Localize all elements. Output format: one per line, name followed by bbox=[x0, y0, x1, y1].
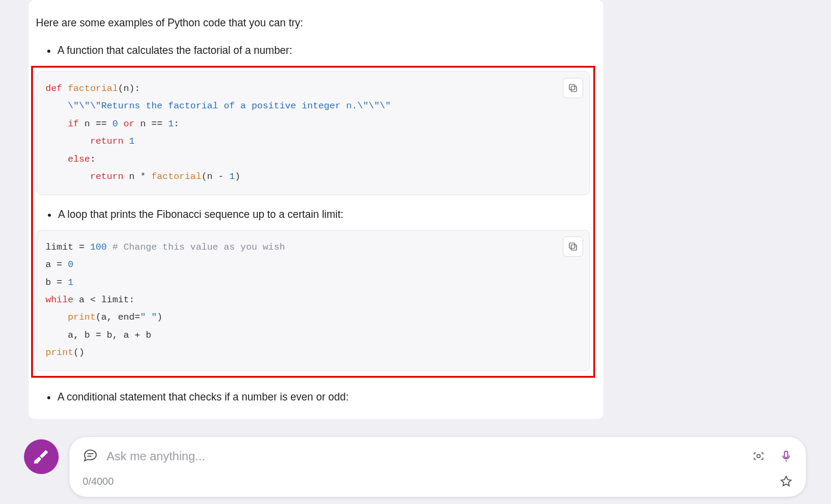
svg-rect-0 bbox=[571, 86, 577, 92]
code-block-fibonacci: limit = 100 # Change this value as you w… bbox=[37, 230, 590, 371]
microphone-icon bbox=[780, 450, 793, 463]
code-token: factorial bbox=[151, 171, 202, 182]
code-token: 1 bbox=[129, 136, 135, 147]
code-token: return bbox=[46, 171, 129, 182]
compose-row-1 bbox=[83, 444, 793, 468]
voice-input-button[interactable] bbox=[780, 450, 793, 463]
code-token: factorial bbox=[68, 83, 118, 94]
code-token: : bbox=[174, 119, 179, 129]
bullet-fibonacci: A loop that prints the Fibonacci sequenc… bbox=[58, 206, 590, 223]
chat-icon bbox=[83, 447, 98, 465]
copy-button[interactable] bbox=[563, 236, 583, 257]
broom-icon bbox=[32, 448, 50, 466]
code-token: " " bbox=[140, 312, 157, 323]
code-token: a, b = b, a + b bbox=[46, 330, 151, 341]
code-token: return bbox=[46, 136, 129, 147]
code-token: 1 bbox=[68, 277, 73, 288]
code-token: def bbox=[46, 83, 62, 94]
code-token: limit bbox=[46, 242, 74, 253]
svg-rect-3 bbox=[569, 243, 575, 248]
send-button[interactable] bbox=[780, 475, 793, 488]
code-token: (n - bbox=[201, 171, 229, 182]
code-token: a = bbox=[46, 259, 68, 270]
code-token: n == bbox=[140, 119, 168, 129]
code-token: (n): bbox=[118, 83, 140, 94]
code-token: \"\"\"Returns the factorial of a positiv… bbox=[46, 101, 391, 111]
svg-rect-1 bbox=[569, 84, 575, 90]
examples-list-2: A loop that prints the Fibonacci sequenc… bbox=[37, 206, 590, 223]
image-search-icon bbox=[752, 450, 765, 463]
code-highlight-region: def factorial(n): \"\"\"Returns the fact… bbox=[31, 66, 595, 378]
code-token: 100 bbox=[90, 242, 107, 253]
code-token: # Change this value as you wish bbox=[113, 242, 285, 253]
bullet-factorial: A function that calculates the factorial… bbox=[57, 42, 592, 59]
svg-rect-2 bbox=[571, 245, 577, 250]
code-token: b = bbox=[46, 277, 68, 288]
code-token: a < limit: bbox=[74, 294, 135, 305]
compose-row-2: 0/4000 bbox=[83, 472, 793, 492]
assistant-message: Here are some examples of Python code th… bbox=[29, 0, 603, 419]
message-body: Here are some examples of Python code th… bbox=[29, 14, 603, 405]
code-token: 0 bbox=[68, 259, 73, 270]
code-token: ) bbox=[157, 312, 162, 323]
code-token: print bbox=[46, 312, 96, 323]
code-token: () bbox=[74, 347, 85, 358]
char-counter: 0/4000 bbox=[83, 476, 114, 488]
bullet-evenodd: A conditional statement that checks if a… bbox=[57, 388, 592, 405]
code-token: n == bbox=[79, 119, 113, 129]
code-token: ) bbox=[235, 171, 240, 182]
code-token: else bbox=[46, 154, 90, 165]
code-token: while bbox=[46, 294, 74, 305]
code-token: 1 bbox=[229, 171, 235, 182]
intro-text: Here are some examples of Python code th… bbox=[36, 14, 592, 31]
svg-point-4 bbox=[757, 454, 760, 458]
examples-list-3: A conditional statement that checks if a… bbox=[36, 388, 592, 405]
svg-rect-5 bbox=[784, 451, 788, 458]
code-token: 0 bbox=[113, 119, 118, 129]
code-token: n * bbox=[129, 171, 151, 182]
code-token: = bbox=[74, 242, 90, 253]
image-search-button[interactable] bbox=[752, 450, 765, 463]
code-token: : bbox=[90, 154, 95, 165]
compose-footer: 0/4000 bbox=[0, 430, 831, 504]
examples-list: A function that calculates the factorial… bbox=[36, 42, 592, 59]
code-block-factorial: def factorial(n): \"\"\"Returns the fact… bbox=[37, 71, 590, 195]
code-token: 1 bbox=[168, 119, 174, 129]
compose-right-icons bbox=[752, 450, 793, 463]
compose-card: 0/4000 bbox=[69, 437, 806, 497]
code-token: if bbox=[46, 119, 79, 129]
code-token: or bbox=[118, 119, 140, 129]
code-token: print bbox=[46, 347, 74, 358]
pin-icon bbox=[780, 475, 793, 488]
copy-icon bbox=[568, 83, 578, 93]
compose-input[interactable] bbox=[107, 450, 744, 463]
new-topic-button[interactable] bbox=[24, 439, 59, 474]
copy-icon bbox=[568, 241, 578, 252]
code-token bbox=[107, 242, 112, 253]
code-token: (a, end= bbox=[96, 312, 140, 323]
copy-button[interactable] bbox=[563, 78, 583, 98]
